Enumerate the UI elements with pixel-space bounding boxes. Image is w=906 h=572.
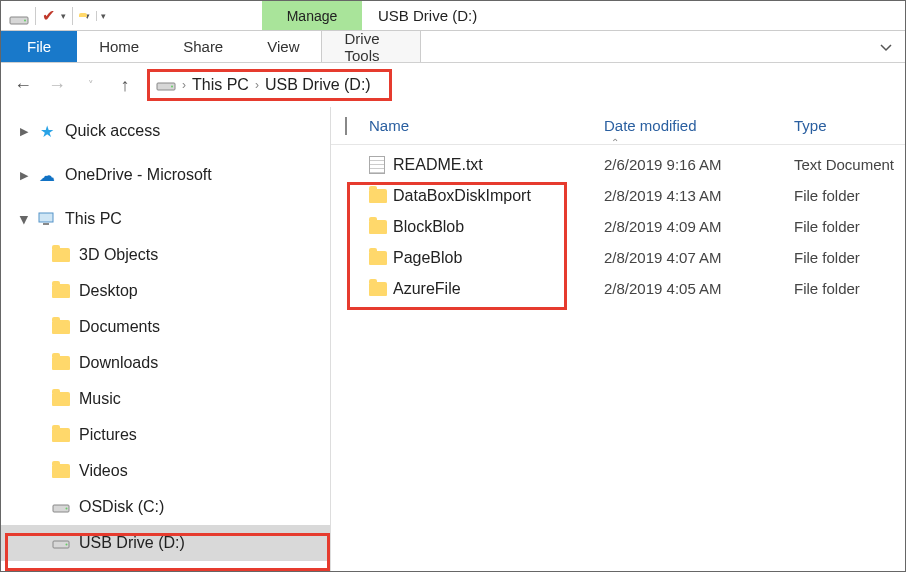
tree-onedrive[interactable]: ▶ ☁ OneDrive - Microsoft [1, 157, 330, 193]
tree-label: Videos [79, 462, 128, 480]
tree-label: OSDisk (C:) [79, 498, 164, 516]
chevron-right-icon[interactable]: ▶ [19, 125, 29, 138]
qat-overflow-icon[interactable]: ▾ [96, 11, 104, 21]
svg-rect-5 [43, 223, 49, 225]
pc-icon [37, 212, 57, 226]
file-type: File folder [794, 187, 860, 204]
folder-icon [51, 248, 71, 262]
file-type: Text Document [794, 156, 894, 173]
file-row[interactable]: README.txt2/6/2019 9:16 AMText Document [331, 149, 905, 180]
chevron-right-icon[interactable]: ▶ [19, 169, 29, 182]
drive-icon [156, 77, 176, 94]
folder-icon [51, 392, 71, 406]
tab-file[interactable]: File [1, 31, 77, 62]
file-name: AzureFile [393, 280, 604, 298]
tree-quick-access[interactable]: ▶ ★ Quick access [1, 113, 330, 149]
breadcrumb-seg-this-pc[interactable]: This PC [192, 76, 249, 94]
ribbon-expand-icon[interactable] [879, 31, 905, 62]
tree-label: USB Drive (D:) [79, 534, 185, 552]
folder-icon [51, 284, 71, 298]
svg-point-1 [24, 19, 26, 21]
file-date: 2/8/2019 4:13 AM [604, 187, 794, 204]
column-name[interactable]: Name [369, 117, 604, 134]
folder-icon [369, 282, 393, 296]
svg-rect-4 [39, 213, 53, 222]
file-date: 2/8/2019 4:05 AM [604, 280, 794, 297]
folder-icon [369, 251, 393, 265]
folder-icon [51, 320, 71, 334]
tree-label: Documents [79, 318, 160, 336]
column-date[interactable]: Date modified [604, 117, 794, 134]
file-type: File folder [794, 218, 860, 235]
tab-share[interactable]: Share [161, 31, 245, 62]
tree-label: Music [79, 390, 121, 408]
navigation-tree: ▶ ★ Quick access ▶ ☁ OneDrive - Microsof… [1, 107, 331, 571]
folder-icon [51, 428, 71, 442]
tree-desktop[interactable]: Desktop [1, 273, 330, 309]
ribbon-tabs: File Home Share View Drive Tools [1, 31, 905, 63]
breadcrumb-seg-usb[interactable]: USB Drive (D:) [265, 76, 371, 94]
file-type: File folder [794, 280, 860, 297]
sort-indicator-icon: ⌃ [611, 137, 619, 148]
folder-icon [369, 220, 393, 234]
text-file-icon [369, 156, 393, 174]
tree-label: This PC [65, 210, 122, 228]
recent-locations-button[interactable]: ˅ [79, 73, 103, 97]
tree-downloads[interactable]: Downloads [1, 345, 330, 381]
quick-access-toolbar: ✔ ▾ ▾ ▾ [1, 1, 112, 30]
folder-icon [369, 189, 393, 203]
tab-home[interactable]: Home [77, 31, 161, 62]
column-type[interactable]: Type [794, 117, 827, 134]
window-title: USB Drive (D:) [362, 1, 905, 30]
file-type: File folder [794, 249, 860, 266]
star-icon: ★ [37, 122, 57, 141]
file-row[interactable]: DataBoxDiskImport2/8/2019 4:13 AMFile fo… [331, 180, 905, 211]
tab-view[interactable]: View [245, 31, 321, 62]
up-button[interactable]: ↑ [113, 73, 137, 97]
svg-point-7 [66, 508, 68, 510]
qat-check-icon[interactable]: ✔ [42, 6, 55, 25]
forward-button[interactable]: → [45, 73, 69, 97]
tree-usb-drive[interactable]: USB Drive (D:) [1, 525, 330, 561]
chevron-right-icon: › [255, 78, 259, 92]
file-date: 2/8/2019 4:09 AM [604, 218, 794, 235]
tree-music[interactable]: Music [1, 381, 330, 417]
tree-label: Quick access [65, 122, 160, 140]
tree-label: Downloads [79, 354, 158, 372]
file-row[interactable]: AzureFile2/8/2019 4:05 AMFile folder [331, 273, 905, 304]
file-row[interactable]: PageBlob2/8/2019 4:07 AMFile folder [331, 242, 905, 273]
breadcrumb[interactable]: › This PC › USB Drive (D:) [147, 69, 392, 101]
file-rows: README.txt2/6/2019 9:16 AMText DocumentD… [331, 149, 905, 304]
tree-label: OneDrive - Microsoft [65, 166, 212, 184]
drive-icon [9, 7, 29, 25]
tree-pictures[interactable]: Pictures [1, 417, 330, 453]
tree-documents[interactable]: Documents [1, 309, 330, 345]
back-button[interactable]: ← [11, 73, 35, 97]
cloud-icon: ☁ [37, 166, 57, 185]
chevron-right-icon: › [182, 78, 186, 92]
tree-videos[interactable]: Videos [1, 453, 330, 489]
tree-3d-objects[interactable]: 3D Objects [1, 237, 330, 273]
tree-label: 3D Objects [79, 246, 158, 264]
file-name: DataBoxDiskImport [393, 187, 604, 205]
tree-osdisk[interactable]: OSDisk (C:) [1, 489, 330, 525]
tree-this-pc[interactable]: ▶ This PC [1, 201, 330, 237]
manage-contextual-tab[interactable]: Manage [262, 1, 362, 30]
folder-icon [51, 356, 71, 370]
chevron-down-icon[interactable]: ▶ [18, 214, 31, 224]
folder-icon [51, 464, 71, 478]
select-all-checkbox[interactable] [345, 118, 369, 134]
drive-icon [51, 501, 71, 513]
file-date: 2/6/2019 9:16 AM [604, 156, 794, 173]
file-row[interactable]: BlockBlob2/8/2019 4:09 AMFile folder [331, 211, 905, 242]
tab-drive-tools[interactable]: Drive Tools [321, 31, 421, 62]
file-date: 2/8/2019 4:07 AM [604, 249, 794, 266]
file-list-pane: Name Date modified Type ⌃ README.txt2/6/… [331, 107, 905, 571]
svg-point-9 [66, 544, 68, 546]
address-bar: ← → ˅ ↑ › This PC › USB Drive (D:) [1, 63, 905, 107]
main-area: ▶ ★ Quick access ▶ ☁ OneDrive - Microsof… [1, 107, 905, 571]
file-name: PageBlob [393, 249, 604, 267]
tree-label: Desktop [79, 282, 138, 300]
tree-label: Pictures [79, 426, 137, 444]
file-name: README.txt [393, 156, 604, 174]
